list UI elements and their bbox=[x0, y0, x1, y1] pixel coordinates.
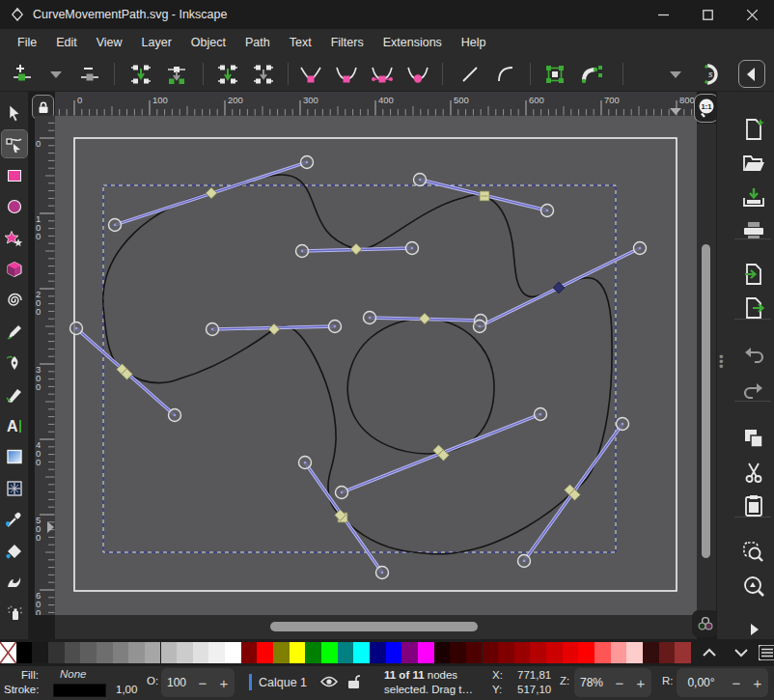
calligraphy-tool[interactable] bbox=[2, 381, 27, 408]
new-document-button[interactable] bbox=[740, 116, 767, 143]
vertical-scrollbar[interactable] bbox=[697, 124, 716, 611]
star-tool[interactable] bbox=[2, 225, 27, 252]
close-button[interactable] bbox=[730, 0, 774, 29]
scroll-up-button[interactable] bbox=[697, 639, 722, 666]
color-swatch[interactable] bbox=[16, 642, 33, 663]
rectangle-tool[interactable] bbox=[2, 162, 27, 189]
redo-button[interactable] bbox=[740, 377, 767, 404]
layer-lock-icon[interactable] bbox=[347, 674, 360, 689]
color-swatch[interactable] bbox=[659, 642, 676, 663]
hscroll-thumb[interactable] bbox=[270, 622, 478, 631]
color-swatch[interactable] bbox=[193, 642, 209, 663]
color-swatch[interactable] bbox=[257, 642, 273, 663]
color-swatch[interactable] bbox=[48, 642, 65, 663]
color-swatch[interactable] bbox=[401, 642, 418, 663]
vertical-ruler[interactable]: 0100200300400500600 bbox=[35, 116, 55, 615]
maximize-button[interactable] bbox=[685, 0, 730, 29]
color-swatch[interactable] bbox=[241, 642, 258, 663]
color-swatch[interactable] bbox=[626, 642, 643, 663]
menu-view[interactable]: View bbox=[87, 32, 132, 53]
color-swatch[interactable] bbox=[418, 642, 434, 663]
zoom-spinbox[interactable]: 78% −+ bbox=[574, 668, 651, 697]
menu-filters[interactable]: Filters bbox=[321, 32, 373, 53]
object-to-path-button[interactable] bbox=[541, 61, 568, 87]
opacity-spinbox[interactable]: 100 −+ bbox=[161, 668, 235, 697]
rotation-decrease[interactable]: − bbox=[726, 675, 747, 691]
pen-tool[interactable] bbox=[2, 350, 27, 377]
symmetric-node-button[interactable] bbox=[369, 61, 396, 87]
delete-node-button[interactable] bbox=[76, 61, 103, 87]
color-swatch[interactable] bbox=[177, 642, 193, 663]
color-swatch[interactable] bbox=[321, 642, 338, 663]
menu-file[interactable]: File bbox=[8, 32, 46, 53]
color-swatch[interactable] bbox=[594, 642, 611, 663]
box3d-tool[interactable] bbox=[2, 256, 27, 283]
layer-name[interactable]: Calque 1 bbox=[259, 676, 307, 689]
stroke-width[interactable]: 1,00 bbox=[116, 684, 137, 695]
color-swatch[interactable] bbox=[290, 642, 306, 663]
menu-path[interactable]: Path bbox=[235, 32, 280, 53]
corner-node-button[interactable] bbox=[297, 61, 324, 87]
color-swatch[interactable] bbox=[498, 642, 514, 663]
save-document-button[interactable] bbox=[740, 183, 767, 210]
color-swatch[interactable] bbox=[466, 642, 483, 663]
join-with-segment-button[interactable] bbox=[214, 61, 241, 87]
color-swatch[interactable] bbox=[225, 642, 241, 663]
horizontal-ruler[interactable]: 0100200300400500600700800 bbox=[55, 92, 697, 116]
fill-value[interactable]: None bbox=[60, 668, 87, 680]
x-entry-dropdown-button[interactable] bbox=[662, 61, 689, 87]
color-swatch[interactable] bbox=[305, 642, 321, 663]
duplicate-button[interactable] bbox=[740, 425, 767, 452]
color-swatch[interactable] bbox=[80, 642, 97, 663]
auto-smooth-node-button[interactable] bbox=[404, 61, 431, 87]
color-swatch[interactable] bbox=[338, 642, 354, 663]
color-swatch[interactable] bbox=[97, 642, 113, 663]
color-swatch[interactable] bbox=[643, 642, 659, 663]
insert-node-options-button[interactable] bbox=[42, 61, 69, 87]
stroke-to-path-button[interactable] bbox=[579, 61, 606, 87]
vscroll-thumb[interactable] bbox=[702, 244, 710, 558]
text-tool[interactable]: A bbox=[2, 412, 27, 439]
mesh-tool[interactable] bbox=[2, 475, 27, 502]
rotation-increase[interactable]: + bbox=[747, 675, 768, 691]
color-swatch[interactable] bbox=[483, 642, 499, 663]
make-line-button[interactable] bbox=[456, 61, 484, 87]
spiral-tool[interactable] bbox=[2, 287, 27, 314]
menu-object[interactable]: Object bbox=[181, 32, 235, 53]
tweak-tool[interactable] bbox=[2, 569, 27, 596]
color-swatch[interactable] bbox=[578, 642, 594, 663]
menu-text[interactable]: Text bbox=[280, 32, 321, 53]
selector-tool[interactable] bbox=[2, 99, 27, 126]
zoom-increase[interactable]: + bbox=[630, 675, 651, 691]
opacity-increase[interactable]: + bbox=[213, 675, 235, 691]
horizontal-scrollbar[interactable] bbox=[55, 615, 697, 639]
zoom-drawing-button[interactable] bbox=[740, 573, 767, 600]
smooth-node-button[interactable] bbox=[333, 61, 360, 87]
color-swatch[interactable] bbox=[546, 642, 563, 663]
color-swatch[interactable] bbox=[161, 642, 178, 663]
scroll-down-button[interactable] bbox=[729, 639, 754, 666]
menu-extensions[interactable]: Extensions bbox=[373, 32, 452, 53]
export-document-button[interactable] bbox=[740, 294, 767, 322]
color-swatch[interactable] bbox=[563, 642, 579, 663]
pencil-tool[interactable] bbox=[2, 319, 27, 346]
import-document-button[interactable] bbox=[740, 261, 767, 288]
color-swatch[interactable] bbox=[65, 642, 81, 663]
color-swatch[interactable] bbox=[145, 642, 161, 663]
cut-button[interactable] bbox=[740, 459, 767, 486]
collapse-snap-bar-button[interactable] bbox=[738, 60, 765, 88]
menu-edit[interactable]: Edit bbox=[46, 32, 87, 53]
menu-layer[interactable]: Layer bbox=[132, 32, 181, 53]
dropper-tool[interactable] bbox=[2, 506, 27, 533]
make-curve-button[interactable] bbox=[492, 61, 519, 87]
print-document-button[interactable] bbox=[740, 217, 767, 244]
break-nodes-button[interactable] bbox=[163, 61, 190, 87]
minimize-button[interactable] bbox=[641, 0, 685, 29]
paste-button[interactable] bbox=[740, 492, 767, 519]
color-swatch[interactable] bbox=[370, 642, 386, 663]
swatch-none[interactable] bbox=[0, 642, 16, 663]
color-swatch[interactable] bbox=[208, 642, 225, 663]
color-swatch[interactable] bbox=[353, 642, 370, 663]
color-swatch[interactable] bbox=[450, 642, 466, 663]
paintbucket-tool[interactable] bbox=[2, 538, 27, 565]
